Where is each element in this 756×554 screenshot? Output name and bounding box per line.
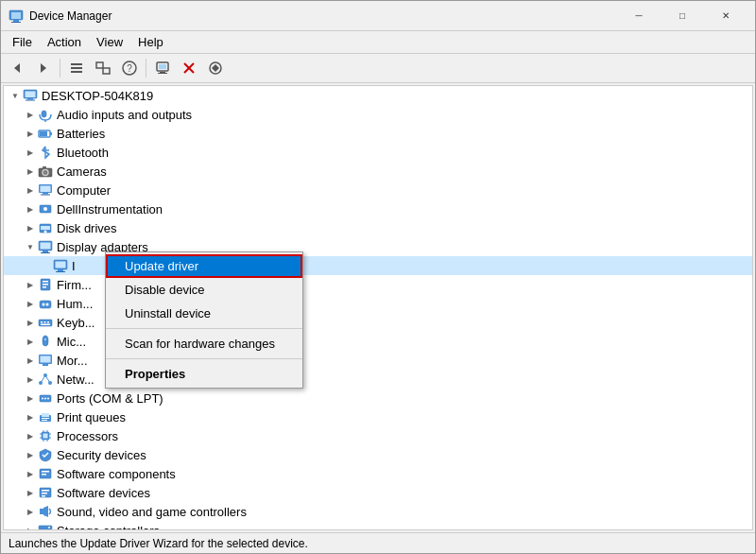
tree-root-item[interactable]: ▼ DESKTOP-504K819 xyxy=(4,86,752,105)
bluetooth-icon xyxy=(38,145,53,160)
mor-icon xyxy=(38,353,53,368)
hum-expand[interactable]: ▶ xyxy=(23,296,38,311)
proc-expand[interactable]: ▶ xyxy=(23,428,38,443)
sound-label: Sound, video and game controllers xyxy=(57,505,247,519)
toolbar-collapse[interactable] xyxy=(64,57,89,79)
svg-rect-42 xyxy=(41,226,50,230)
keyb-expand[interactable]: ▶ xyxy=(23,315,38,330)
tree-item-softdev[interactable]: ▶ Software devices xyxy=(4,483,752,502)
toolbar-expand[interactable] xyxy=(91,57,115,79)
root-expand-arrow[interactable]: ▼ xyxy=(8,88,23,103)
close-button[interactable]: ✕ xyxy=(704,1,747,31)
ports-expand[interactable]: ▶ xyxy=(23,390,38,406)
keyb-label: Keyb... xyxy=(57,316,94,330)
mic-expand[interactable]: ▶ xyxy=(23,334,38,349)
menu-view[interactable]: View xyxy=(89,33,130,51)
svg-rect-79 xyxy=(42,420,47,421)
svg-text:?: ? xyxy=(127,63,132,74)
proc-label: Processors xyxy=(57,429,118,443)
cameras-expand[interactable]: ▶ xyxy=(23,164,38,179)
mor-expand[interactable]: ▶ xyxy=(23,353,38,368)
mic-label: Mic... xyxy=(57,335,86,349)
svg-rect-37 xyxy=(41,195,50,196)
svg-rect-61 xyxy=(47,321,49,323)
cameras-label: Cameras xyxy=(57,164,107,179)
tree-item-bluetooth[interactable]: ▶ Bluetooth xyxy=(4,143,752,162)
toolbar-back[interactable] xyxy=(5,57,29,79)
softdev-expand[interactable]: ▶ xyxy=(23,485,38,500)
disk-expand[interactable]: ▶ xyxy=(23,220,38,235)
svg-rect-14 xyxy=(159,64,166,69)
maximize-button[interactable]: □ xyxy=(661,1,704,31)
tree-item-sound[interactable]: ▶ Sound, video and game controllers xyxy=(4,502,752,521)
toolbar-update[interactable] xyxy=(203,57,228,79)
dell-expand[interactable]: ▶ xyxy=(23,201,38,216)
ctx-update-driver[interactable]: Update driver xyxy=(106,254,302,278)
tree-item-computer[interactable]: ▶ Computer xyxy=(4,181,752,199)
toolbar-scan[interactable] xyxy=(150,57,175,79)
tree-item-soft[interactable]: ▶ Software components xyxy=(4,464,752,483)
keyb-icon xyxy=(38,315,53,330)
svg-rect-78 xyxy=(42,418,49,419)
net-label: Netw... xyxy=(57,372,94,387)
svg-rect-46 xyxy=(41,252,50,253)
disk-label: Disk drives xyxy=(57,221,117,235)
svg-rect-2 xyxy=(13,20,19,22)
svg-rect-6 xyxy=(71,63,82,65)
toolbar-forward[interactable] xyxy=(31,57,56,79)
net-expand[interactable]: ▶ xyxy=(23,372,38,387)
mic-icon xyxy=(38,334,53,349)
sec-expand[interactable]: ▶ xyxy=(23,447,38,462)
sound-expand[interactable]: ▶ xyxy=(23,504,38,519)
bluetooth-expand[interactable]: ▶ xyxy=(23,145,38,160)
firm-label: Firm... xyxy=(57,278,92,292)
tree-item-batteries[interactable]: ▶ Batteries xyxy=(4,124,752,143)
toolbar-delete[interactable] xyxy=(177,57,201,79)
stor-expand[interactable]: ▶ xyxy=(23,523,38,530)
menu-bar: File Action View Help xyxy=(1,31,755,54)
tree-item-ports[interactable]: ▶ Ports (COM & LPT) xyxy=(4,389,752,407)
tree-item-cameras[interactable]: ▶ Cameras xyxy=(4,162,752,181)
menu-help[interactable]: Help xyxy=(130,33,171,51)
tree-item-dell[interactable]: ▶ DellInstrumentation xyxy=(4,199,752,218)
computer-label: Computer xyxy=(57,183,111,198)
soft-expand[interactable]: ▶ xyxy=(23,466,38,481)
menu-action[interactable]: Action xyxy=(40,33,89,51)
status-text: Launches the Update Driver Wizard for th… xyxy=(9,537,308,550)
svg-rect-16 xyxy=(158,73,167,74)
batteries-expand[interactable]: ▶ xyxy=(23,126,38,141)
tree-item-proc[interactable]: ▶ Processors xyxy=(4,426,752,445)
display-expand[interactable]: ▼ xyxy=(23,239,38,254)
svg-point-39 xyxy=(43,207,47,211)
ctx-properties[interactable]: Properties xyxy=(106,362,302,386)
tree-item-audio[interactable]: ▶ Audio inputs and outputs xyxy=(4,105,752,124)
tree-item-sec[interactable]: ▶ Security devices xyxy=(4,445,752,464)
svg-rect-52 xyxy=(43,281,48,283)
minimize-button[interactable]: ─ xyxy=(617,1,661,31)
toolbar-help[interactable]: ? xyxy=(117,57,142,79)
svg-point-75 xyxy=(47,398,49,400)
firm-expand[interactable]: ▶ xyxy=(23,277,38,292)
svg-rect-8 xyxy=(71,71,82,73)
svg-rect-55 xyxy=(40,301,51,308)
svg-rect-7 xyxy=(71,67,82,69)
ctx-scan-hardware[interactable]: Scan for hardware changes xyxy=(106,332,302,355)
soft-icon xyxy=(38,466,53,481)
ctx-uninstall-device[interactable]: Uninstall device xyxy=(106,302,302,325)
menu-file[interactable]: File xyxy=(5,33,40,51)
title-text: Device Manager xyxy=(29,9,112,23)
stor-label: Storage controllers xyxy=(57,524,160,531)
tree-item-print[interactable]: ▶ Print queues xyxy=(4,407,752,426)
computer-icon-item xyxy=(38,182,53,198)
svg-rect-10 xyxy=(103,68,110,74)
ctx-disable-device[interactable]: Disable device xyxy=(106,278,302,302)
computer-expand[interactable]: ▶ xyxy=(23,182,38,198)
computer-icon xyxy=(23,88,38,103)
stor-icon xyxy=(38,523,53,530)
svg-rect-44 xyxy=(41,243,51,250)
audio-expand[interactable]: ▶ xyxy=(23,107,38,122)
svg-point-74 xyxy=(44,398,46,400)
tree-item-disk[interactable]: ▶ Disk drives xyxy=(4,218,752,237)
tree-item-stor[interactable]: ▶ Storage controllers xyxy=(4,521,752,530)
print-expand[interactable]: ▶ xyxy=(23,409,38,424)
